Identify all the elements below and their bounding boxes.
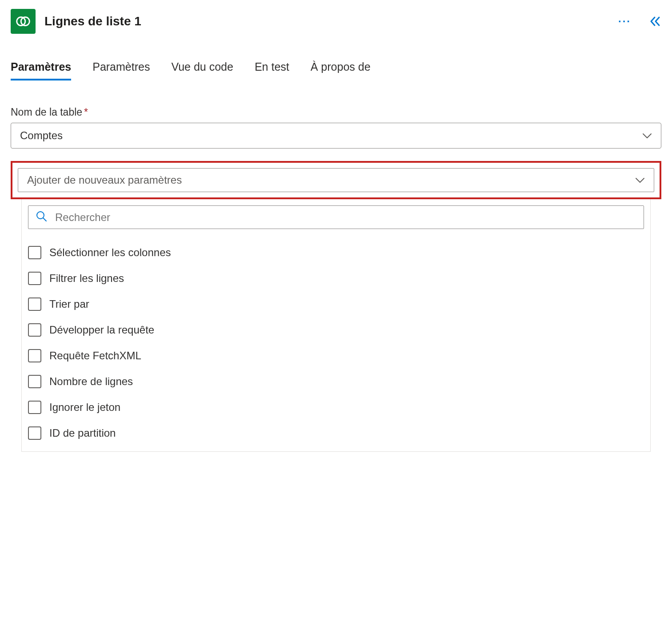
option-partition-id[interactable]: ID de partition: [22, 420, 650, 446]
more-menu-button[interactable]: ···: [618, 15, 631, 28]
tab-parametres-1[interactable]: Paramètres: [11, 60, 71, 80]
add-parameters-dropdown: Sélectionner les colonnes Filtrer les li…: [21, 199, 651, 452]
add-parameters-placeholder: Ajouter de nouveaux paramètres: [27, 174, 182, 186]
chevron-down-icon: [635, 174, 645, 186]
option-label: Trier par: [49, 298, 89, 310]
option-label: Requête FetchXML: [49, 350, 141, 362]
checkbox[interactable]: [28, 323, 41, 337]
option-expand-query[interactable]: Développer la requête: [22, 317, 650, 343]
tab-parametres-2[interactable]: Paramètres: [92, 60, 150, 80]
add-parameters-highlight: Ajouter de nouveaux paramètres: [11, 161, 661, 199]
required-asterisk: *: [84, 106, 88, 118]
search-wrap: [22, 199, 650, 236]
option-filter-rows[interactable]: Filtrer les lignes: [22, 265, 650, 291]
tab-en-test[interactable]: En test: [255, 60, 289, 80]
checkbox[interactable]: [28, 272, 41, 285]
tab-a-propos[interactable]: À propos de: [311, 60, 371, 80]
option-label: ID de partition: [49, 427, 116, 439]
panel-title: Lignes de liste 1: [44, 14, 609, 28]
option-label: Sélectionner les colonnes: [49, 246, 171, 259]
option-label: Ignorer le jeton: [49, 401, 120, 414]
table-name-value: Comptes: [20, 129, 63, 142]
search-input[interactable]: [55, 211, 636, 224]
options-list: Sélectionner les colonnes Filtrer les li…: [22, 236, 650, 451]
option-skip-token[interactable]: Ignorer le jeton: [22, 394, 650, 420]
checkbox[interactable]: [28, 426, 41, 440]
option-label: Développer la requête: [49, 324, 154, 336]
tab-bar: Paramètres Paramètres Vue du code En tes…: [11, 60, 661, 80]
search-icon: [36, 210, 47, 224]
connector-icon: [11, 9, 36, 34]
search-box[interactable]: [28, 205, 644, 229]
table-name-field: Nom de la table* Comptes: [11, 106, 661, 149]
option-select-columns[interactable]: Sélectionner les colonnes: [22, 240, 650, 265]
option-sort-by[interactable]: Trier par: [22, 291, 650, 317]
checkbox[interactable]: [28, 297, 41, 311]
chevron-down-icon: [642, 129, 652, 142]
table-name-label: Nom de la table*: [11, 106, 661, 118]
collapse-panel-button[interactable]: [649, 15, 661, 28]
option-fetchxml[interactable]: Requête FetchXML: [22, 343, 650, 369]
option-label: Nombre de lignes: [49, 375, 133, 388]
checkbox[interactable]: [28, 349, 41, 362]
option-label: Filtrer les lignes: [49, 272, 124, 285]
checkbox[interactable]: [28, 401, 41, 414]
checkbox[interactable]: [28, 375, 41, 388]
svg-line-3: [43, 218, 46, 221]
add-parameters-select[interactable]: Ajouter de nouveaux paramètres: [18, 168, 654, 192]
table-name-label-text: Nom de la table: [11, 106, 82, 118]
table-name-select[interactable]: Comptes: [11, 123, 661, 149]
tab-vue-du-code[interactable]: Vue du code: [171, 60, 233, 80]
option-row-count[interactable]: Nombre de lignes: [22, 369, 650, 394]
panel-header: Lignes de liste 1 ···: [11, 9, 661, 34]
checkbox[interactable]: [28, 246, 41, 259]
